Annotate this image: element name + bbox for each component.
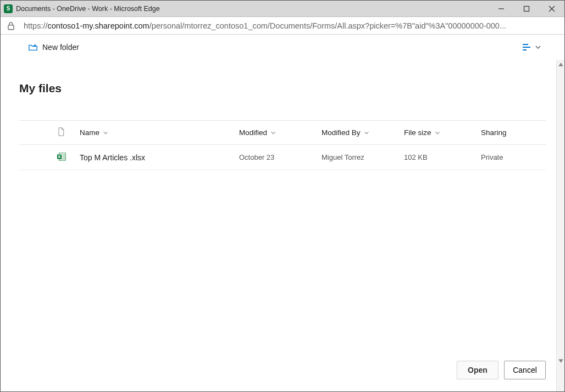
- svg-rect-1: [8, 25, 14, 29]
- chevron-down-icon: [364, 130, 369, 136]
- window-title-text: Documents - OneDrive - Work - Microsoft …: [16, 5, 160, 13]
- close-button[interactable]: [539, 1, 564, 16]
- file-modified: October 23: [239, 153, 274, 161]
- column-modified-by[interactable]: Modified By: [317, 121, 400, 145]
- maximize-button[interactable]: [514, 1, 539, 16]
- scroll-down-button[interactable]: [557, 356, 564, 365]
- minimize-button[interactable]: [489, 1, 514, 16]
- excel-file-icon: [52, 145, 75, 170]
- lock-icon: [6, 21, 16, 31]
- page-title: My files: [19, 82, 546, 95]
- command-bar: New folder: [1, 35, 564, 60]
- column-sharing[interactable]: Sharing: [477, 121, 546, 145]
- svg-rect-0: [524, 6, 529, 11]
- file-table: Name Modified Modified By: [19, 120, 546, 170]
- new-folder-button[interactable]: New folder: [28, 42, 79, 52]
- triangle-down-icon: [558, 359, 563, 363]
- content-area: My files Name: [1, 60, 556, 391]
- file-size: 102 KB: [404, 153, 428, 161]
- open-button: Open: [457, 361, 498, 379]
- scroll-up-button[interactable]: [557, 60, 564, 69]
- chevron-down-icon: [270, 130, 276, 136]
- file-modified-by: Miguel Torrez: [322, 153, 364, 161]
- cancel-button[interactable]: Cancel: [504, 361, 546, 379]
- chevron-down-icon[interactable]: [535, 44, 541, 51]
- chevron-down-icon: [103, 130, 108, 136]
- column-file-size[interactable]: File size: [400, 121, 477, 145]
- url-text: https://contoso1-my.sharepoint.com/perso…: [24, 21, 506, 30]
- column-file-icon: [52, 121, 75, 145]
- maximize-icon: [523, 5, 530, 12]
- column-name[interactable]: Name: [75, 121, 235, 145]
- column-modified[interactable]: Modified: [235, 121, 317, 145]
- close-icon: [549, 5, 555, 12]
- vertical-scrollbar[interactable]: [556, 60, 564, 391]
- minimize-icon: [498, 5, 505, 12]
- triangle-up-icon: [558, 62, 563, 67]
- address-bar[interactable]: https://contoso1-my.sharepoint.com/perso…: [1, 17, 564, 35]
- view-options-icon[interactable]: [523, 44, 531, 51]
- file-name[interactable]: Top M Articles .xlsx: [80, 153, 145, 162]
- new-folder-label: New folder: [42, 43, 79, 52]
- title-bar: S Documents - OneDrive - Work - Microsof…: [1, 1, 564, 17]
- table-row[interactable]: Top M Articles .xlsx October 23 Miguel T…: [19, 145, 546, 170]
- new-folder-icon: [28, 42, 38, 52]
- file-sharing: Private: [481, 153, 503, 161]
- chevron-down-icon: [435, 130, 440, 136]
- window-favicon: S: [4, 4, 13, 13]
- footer-buttons: Open Cancel: [457, 361, 546, 379]
